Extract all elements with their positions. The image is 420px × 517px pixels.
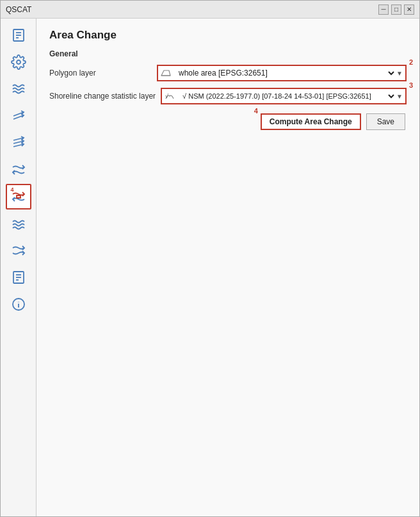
content-panel: Area Change General Polygon layer whole … [36,19,419,516]
sidebar-item-form[interactable] [6,22,31,48]
sidebar-item-wave[interactable] [6,211,31,236]
shoreline-step-badge: 3 [409,81,413,89]
sidebar-item-change[interactable] [6,157,31,183]
polygon-select-arrow: ▼ [396,70,405,77]
compute-button[interactable]: Compute Area Change [261,113,361,130]
button-row: 4 Compute Area Change Save [49,113,407,130]
shoreline-label: Shoreline change statistic layer [49,92,156,101]
svg-text:√: √ [165,93,168,99]
sidebar-item-info[interactable] [6,291,31,317]
shoreline-layer-icon: √ [165,92,175,101]
sidebar: 4 [1,19,36,516]
sidebar-item-shoreline[interactable] [6,76,31,102]
sidebar-item-settings[interactable] [6,49,31,75]
polygon-layer-label: Polygon layer [49,69,152,78]
shoreline-select-container[interactable]: √ √ NSM (2022.25-1977.0) [07-18-24 14-53… [161,88,407,104]
minimize-button[interactable]: ─ [378,4,389,15]
shoreline-select-wrapper: √ √ NSM (2022.25-1977.0) [07-18-24 14-53… [161,88,407,104]
sidebar-item-transects[interactable] [6,103,31,129]
window-controls: ─ □ ✕ [378,4,414,15]
save-button[interactable]: Save [366,113,405,130]
polygon-layer-group: Polygon layer whole area [EPSG:32651] ▼ … [49,65,407,81]
svg-point-4 [17,60,20,64]
sidebar-step-badge: 4 [11,186,14,193]
shoreline-select-arrow: ▼ [396,93,405,100]
window-title: QSCAT [6,5,31,14]
polygon-layer-icon [161,69,171,78]
main-window: QSCAT ─ □ ✕ [0,0,420,517]
shoreline-group: Shoreline change statistic layer √ √ NSM… [49,88,407,104]
sidebar-item-transects2[interactable] [6,130,31,156]
page-title: Area Change [49,29,407,42]
sidebar-item-reverse[interactable] [6,238,31,263]
section-label: General [49,49,407,58]
polygon-layer-select[interactable]: whole area [EPSG:32651] [174,66,396,80]
sidebar-item-document[interactable] [6,265,31,290]
polygon-layer-select-container[interactable]: whole area [EPSG:32651] ▼ [157,65,407,81]
main-area: 4 [1,19,419,516]
polygon-step-badge: 2 [409,58,413,66]
titlebar: QSCAT ─ □ ✕ [1,1,419,19]
compute-btn-wrapper: 4 Compute Area Change [261,113,361,130]
compute-step-badge: 4 [254,107,258,115]
close-button[interactable]: ✕ [404,4,414,15]
polygon-layer-select-wrapper: whole area [EPSG:32651] ▼ 2 [157,65,407,81]
maximize-button[interactable]: □ [391,4,401,15]
shoreline-select[interactable]: √ NSM (2022.25-1977.0) [07-18-24 14-53-0… [177,89,396,103]
sidebar-item-area-change[interactable]: 4 [6,184,31,209]
